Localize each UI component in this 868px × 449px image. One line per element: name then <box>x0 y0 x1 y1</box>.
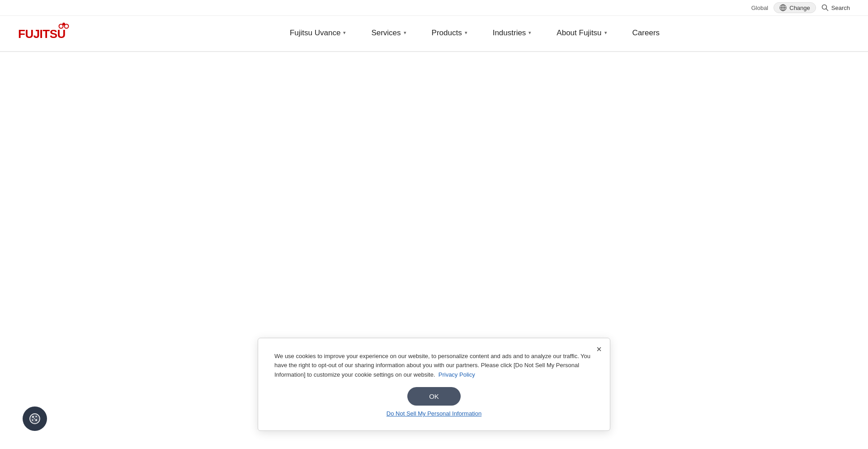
main-navbar: FUJITSU Fujitsu Uvance ▾ Services ▾ Prod… <box>0 16 868 52</box>
cookie-icon <box>28 412 41 425</box>
nav-label-fujitsu-uvance: Fujitsu Uvance <box>290 28 340 38</box>
cookie-icon-button[interactable] <box>23 406 47 431</box>
nav-item-products[interactable]: Products ▾ <box>419 15 480 52</box>
chevron-down-icon: ▾ <box>465 30 467 36</box>
globe-icon <box>779 4 787 11</box>
svg-text:FUJITSU: FUJITSU <box>18 27 66 41</box>
nav-item-careers[interactable]: Careers <box>620 15 672 52</box>
global-label: Global <box>751 5 769 11</box>
change-label: Change <box>789 5 810 11</box>
svg-point-16 <box>34 418 35 419</box>
privacy-policy-link[interactable]: Privacy Policy <box>439 371 475 378</box>
nav-label-industries: Industries <box>493 28 526 38</box>
chevron-down-icon: ▾ <box>528 30 531 36</box>
nav-links: Fujitsu Uvance ▾ Services ▾ Products ▾ I… <box>99 15 850 52</box>
search-button[interactable]: Search <box>821 4 850 11</box>
svg-point-12 <box>32 416 34 418</box>
cookie-actions: OK Do Not Sell My Personal Information <box>274 387 594 417</box>
top-utility-bar: Global Change Search <box>0 0 868 16</box>
chevron-down-icon: ▾ <box>404 30 406 36</box>
cookie-ok-button[interactable]: OK <box>407 387 461 406</box>
svg-point-15 <box>35 419 37 421</box>
chevron-down-icon: ▾ <box>343 30 346 36</box>
nav-label-careers: Careers <box>632 28 660 38</box>
nav-item-services[interactable]: Services ▾ <box>359 15 419 52</box>
nav-item-fujitsu-uvance[interactable]: Fujitsu Uvance ▾ <box>277 15 359 52</box>
nav-item-about-fujitsu[interactable]: About Fujitsu ▾ <box>544 15 619 52</box>
fujitsu-logo: FUJITSU <box>18 23 72 43</box>
change-button[interactable]: Change <box>774 2 816 13</box>
svg-point-9 <box>62 23 65 25</box>
chevron-down-icon: ▾ <box>604 30 607 36</box>
nav-label-about-fujitsu: About Fujitsu <box>557 28 601 38</box>
do-not-sell-button[interactable]: Do Not Sell My Personal Information <box>387 410 481 417</box>
nav-item-industries[interactable]: Industries ▾ <box>480 15 544 52</box>
cookie-banner: × We use cookies to improve your experie… <box>258 338 610 431</box>
search-icon <box>821 4 829 11</box>
search-label: Search <box>831 5 850 11</box>
svg-point-8 <box>65 24 69 28</box>
cookie-message: We use cookies to improve your experienc… <box>274 352 594 380</box>
nav-label-services: Services <box>371 28 401 38</box>
svg-point-13 <box>36 416 37 417</box>
cookie-close-button[interactable]: × <box>596 345 602 354</box>
svg-line-5 <box>826 9 828 11</box>
logo-area[interactable]: FUJITSU <box>18 23 72 45</box>
nav-label-products: Products <box>432 28 462 38</box>
svg-point-14 <box>32 420 33 421</box>
